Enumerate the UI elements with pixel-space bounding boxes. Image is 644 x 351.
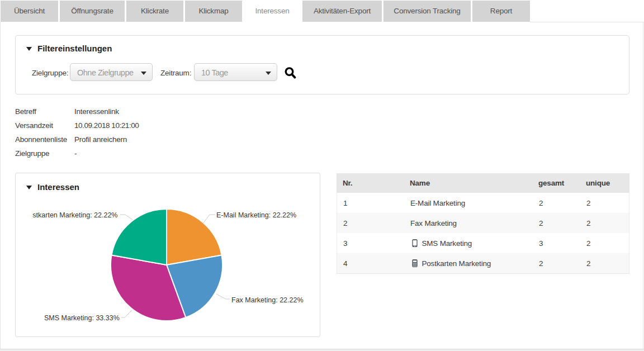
svg-text:Fax Marketing: 22.22%: Fax Marketing: 22.22% <box>231 296 304 304</box>
svg-text:E-Mail Marketing: 22.22%: E-Mail Marketing: 22.22% <box>216 211 296 219</box>
svg-text:stkarten Marketing: 22.22%: stkarten Marketing: 22.22% <box>32 211 117 219</box>
svg-text:SMS Marketing: 33.33%: SMS Marketing: 33.33% <box>44 314 120 322</box>
